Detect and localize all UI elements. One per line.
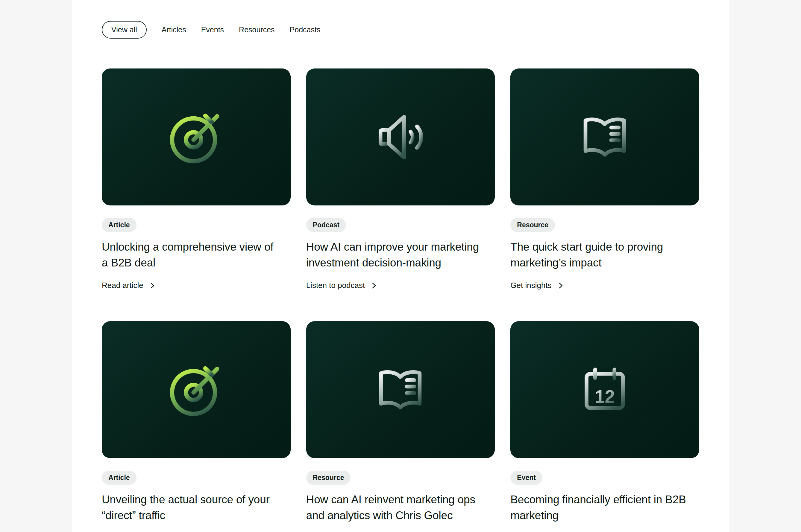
card-media: 12	[510, 321, 699, 458]
card-title: The quick start guide to proving marketi…	[510, 239, 687, 271]
card-title: How can AI reinvent marketing ops and an…	[306, 492, 483, 523]
tab-podcasts[interactable]: Podcasts	[290, 22, 321, 38]
speaker-icon	[368, 105, 433, 169]
category-badge: Article	[102, 218, 136, 232]
calendar-day-label: 12	[595, 386, 615, 406]
chevron-right-icon	[149, 282, 156, 289]
tab-events[interactable]: Events	[201, 22, 224, 38]
tab-resources[interactable]: Resources	[239, 22, 275, 38]
tab-articles[interactable]: Articles	[162, 22, 186, 38]
category-badge: Resource	[306, 471, 351, 485]
category-badge: Podcast	[306, 218, 346, 232]
card-title: How AI can improve your marketing invest…	[306, 239, 483, 271]
category-badge: Event	[510, 471, 542, 485]
card-title: Becoming financially efficient in B2B ma…	[510, 492, 687, 523]
content-card[interactable]: Article Unlocking a comprehensive view o…	[102, 69, 291, 290]
card-media	[102, 321, 291, 458]
tab-view-all[interactable]: View all	[102, 21, 147, 39]
card-media	[306, 321, 495, 458]
card-title: Unveiling the actual source of your “dir…	[102, 492, 278, 523]
card-cta-link[interactable]: Get insights	[510, 281, 564, 290]
chevron-right-icon	[370, 282, 378, 289]
content-card[interactable]: 12 Event Becoming financially efficient …	[510, 321, 699, 523]
card-media	[306, 69, 495, 206]
filter-tabs: View all Articles Events Resources Podca…	[102, 21, 699, 39]
target-icon	[164, 105, 229, 169]
content-card[interactable]: Resource How can AI reinvent marketing o…	[306, 321, 495, 523]
category-badge: Article	[102, 471, 136, 485]
content-card[interactable]: Article Unveiling the actual source of y…	[102, 321, 291, 523]
card-media	[102, 69, 291, 206]
target-icon	[164, 358, 229, 422]
open-book-icon	[368, 358, 433, 422]
content-card[interactable]: Podcast How AI can improve your marketin…	[306, 69, 495, 290]
card-title: Unlocking a comprehensive view of a B2B …	[102, 239, 278, 271]
card-grid: Article Unlocking a comprehensive view o…	[102, 69, 699, 523]
content-card[interactable]: Resource The quick start guide to provin…	[510, 69, 699, 290]
cta-label: Listen to podcast	[306, 281, 365, 290]
calendar-icon: 12	[572, 358, 637, 422]
open-book-icon	[572, 105, 637, 169]
category-badge: Resource	[510, 218, 555, 232]
cta-label: Read article	[102, 281, 143, 290]
cta-label: Get insights	[510, 281, 551, 290]
card-cta-link[interactable]: Read article	[102, 281, 156, 290]
card-cta-link[interactable]: Listen to podcast	[306, 281, 378, 290]
card-media	[510, 69, 699, 206]
content-column: View all Articles Events Resources Podca…	[72, 0, 729, 532]
chevron-right-icon	[557, 282, 564, 289]
